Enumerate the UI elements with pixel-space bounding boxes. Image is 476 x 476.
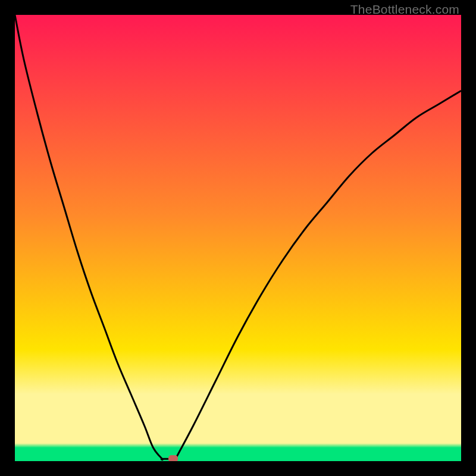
plot-area	[15, 15, 461, 461]
optimal-point-marker	[168, 455, 178, 461]
watermark-text: TheBottleneck.com	[350, 2, 459, 17]
outer-frame: TheBottleneck.com	[0, 0, 476, 476]
bottleneck-curve	[15, 15, 461, 461]
